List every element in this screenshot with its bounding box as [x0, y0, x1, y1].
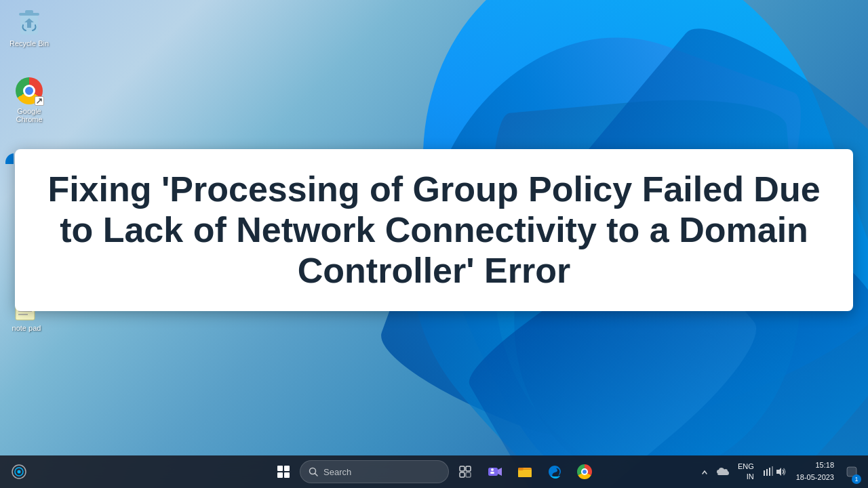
title-text: Fixing 'Processing of Group Policy Faile…	[42, 169, 826, 291]
language-text: ENG IN	[738, 462, 754, 483]
recycle-bin-icon[interactable]: Recycle Bin	[5, 7, 53, 50]
svg-rect-14	[460, 466, 465, 471]
taskbar-right: ENG IN	[698, 458, 863, 485]
svg-rect-23	[518, 470, 532, 477]
recycle-bin-label: Recycle Bin	[5, 39, 53, 47]
svg-point-11	[18, 470, 21, 474]
taskbar: Search	[0, 455, 868, 488]
language-button[interactable]: ENG IN	[735, 458, 757, 485]
svg-rect-26	[764, 470, 765, 476]
cortana-button[interactable]	[5, 458, 33, 485]
svg-rect-29	[772, 466, 773, 476]
desktop: Recycle Bin Google Chrome	[0, 0, 868, 488]
edge-partial-icon	[3, 150, 14, 164]
teams-button[interactable]	[481, 458, 509, 485]
chrome-taskbar-button[interactable]	[571, 458, 598, 485]
svg-marker-30	[776, 468, 781, 476]
svg-rect-16	[460, 472, 465, 477]
quick-settings-button[interactable]	[760, 458, 789, 485]
date-text: 18-05-2023	[796, 472, 834, 484]
google-chrome-icon[interactable]: Google Chrome	[5, 75, 53, 126]
svg-rect-1	[25, 10, 33, 14]
svg-rect-27	[766, 469, 768, 476]
search-placeholder: Search	[323, 467, 351, 477]
show-hidden-icons-button[interactable]	[698, 458, 711, 485]
svg-rect-17	[466, 472, 471, 477]
file-explorer-button[interactable]	[511, 458, 538, 485]
edge-taskbar-icon	[547, 464, 562, 479]
svg-rect-15	[466, 466, 471, 471]
svg-rect-25	[518, 469, 532, 470]
chrome-label: Google Chrome	[5, 107, 53, 123]
notification-button[interactable]: 1	[841, 458, 863, 485]
onedrive-tray-button[interactable]	[713, 458, 732, 485]
search-bar[interactable]: Search	[300, 460, 449, 483]
notification-badge: 1	[852, 474, 861, 484]
cloud-icon	[716, 467, 730, 476]
svg-point-20	[491, 468, 494, 471]
chrome-image	[16, 77, 43, 104]
svg-rect-28	[769, 468, 770, 476]
svg-rect-21	[490, 472, 494, 474]
network-icon	[762, 466, 773, 477]
start-button[interactable]	[270, 458, 297, 485]
search-icon	[309, 467, 318, 476]
notepad-label: note pad	[3, 324, 50, 332]
time-text: 15:18	[796, 460, 834, 472]
svg-line-13	[315, 474, 318, 476]
svg-marker-19	[498, 468, 502, 476]
clock-display[interactable]: 15:18 18-05-2023	[792, 458, 838, 485]
recycle-bin-image	[16, 9, 43, 37]
task-view-button[interactable]	[452, 458, 479, 485]
task-view-icon	[459, 466, 471, 478]
chrome-taskbar-icon	[577, 464, 592, 479]
file-explorer-icon	[517, 465, 532, 479]
taskbar-left	[5, 458, 141, 485]
speaker-icon	[776, 466, 787, 477]
teams-icon	[488, 464, 502, 479]
edge-taskbar-button[interactable]	[541, 458, 568, 485]
title-card: Fixing 'Processing of Group Policy Faile…	[15, 149, 853, 311]
taskbar-center: Search	[270, 458, 598, 485]
chevron-up-icon	[701, 467, 708, 476]
